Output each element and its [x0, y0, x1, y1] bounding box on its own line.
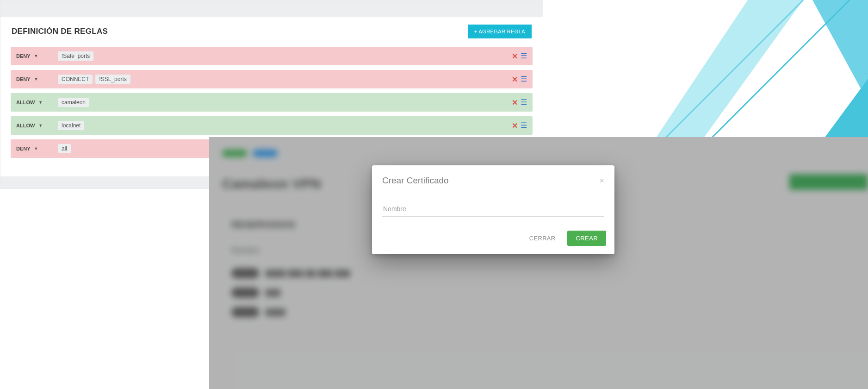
rule-tag[interactable]: localnet — [58, 121, 84, 130]
rule-tag[interactable]: !SSL_ports — [95, 75, 130, 84]
rule-action-label: ALLOW — [16, 123, 35, 128]
rule-tags[interactable]: CONNECT !SSL_ports — [58, 75, 512, 84]
rule-tags[interactable]: !Safe_ports — [58, 51, 512, 61]
drag-handle-icon[interactable]: ☰ — [521, 99, 527, 106]
rule-action-select[interactable]: ALLOW ▼ — [16, 100, 58, 105]
rule-action-label: ALLOW — [16, 100, 35, 105]
modal-title: Crear Certificado — [382, 176, 449, 186]
certificate-name-input[interactable] — [382, 202, 604, 217]
rule-row: DENY ▼ CONNECT !SSL_ports ✕ ☰ — [11, 70, 533, 88]
rule-action-label: DENY — [16, 76, 31, 82]
rule-tag[interactable]: CONNECT — [58, 75, 93, 84]
close-icon[interactable]: × — [599, 176, 604, 185]
rule-action-label: DENY — [16, 146, 31, 151]
delete-rule-icon[interactable]: ✕ — [512, 98, 518, 107]
create-certificate-modal: Crear Certificado × CERRAR CREAR — [372, 165, 614, 254]
chevron-down-icon: ▼ — [38, 100, 43, 105]
rules-title: DEFINICIÓN DE REGLAS — [12, 27, 108, 36]
rule-action-select[interactable]: ALLOW ▼ — [16, 123, 58, 128]
add-rule-button[interactable]: + AGREGAR REGLA — [468, 25, 532, 38]
create-button[interactable]: CREAR — [567, 231, 606, 246]
drag-handle-icon[interactable]: ☰ — [521, 75, 527, 83]
rule-action-select[interactable]: DENY ▼ — [16, 146, 58, 151]
panel-top-strip — [0, 0, 543, 17]
delete-rule-icon[interactable]: ✕ — [512, 75, 518, 84]
rule-tag[interactable]: all — [58, 144, 71, 153]
cancel-button[interactable]: CERRAR — [523, 231, 562, 246]
rule-row: ALLOW ▼ localnet ✕ ☰ — [11, 116, 533, 135]
rule-tag[interactable]: camaleon — [58, 98, 89, 107]
rule-tag[interactable]: !Safe_ports — [58, 51, 93, 61]
rule-action-label: DENY — [16, 53, 31, 59]
rules-header: DEFINICIÓN DE REGLAS + AGREGAR REGLA — [0, 17, 543, 47]
drag-handle-icon[interactable]: ☰ — [521, 52, 527, 60]
rule-tags[interactable]: camaleon — [58, 98, 512, 107]
rule-tags[interactable]: localnet — [58, 121, 512, 130]
chevron-down-icon: ▼ — [34, 54, 38, 58]
delete-rule-icon[interactable]: ✕ — [512, 121, 518, 130]
svg-marker-1 — [812, 0, 868, 102]
rule-row: ALLOW ▼ camaleon ✕ ☰ — [11, 93, 533, 112]
rule-action-select[interactable]: DENY ▼ — [16, 53, 58, 59]
chevron-down-icon: ▼ — [34, 77, 38, 82]
drag-handle-icon[interactable]: ☰ — [521, 122, 527, 129]
delete-rule-icon[interactable]: ✕ — [512, 52, 518, 61]
chevron-down-icon: ▼ — [34, 146, 38, 151]
rule-row: DENY ▼ !Safe_ports ✕ ☰ — [11, 47, 533, 65]
rule-action-select[interactable]: DENY ▼ — [16, 76, 58, 82]
chevron-down-icon: ▼ — [38, 123, 43, 128]
